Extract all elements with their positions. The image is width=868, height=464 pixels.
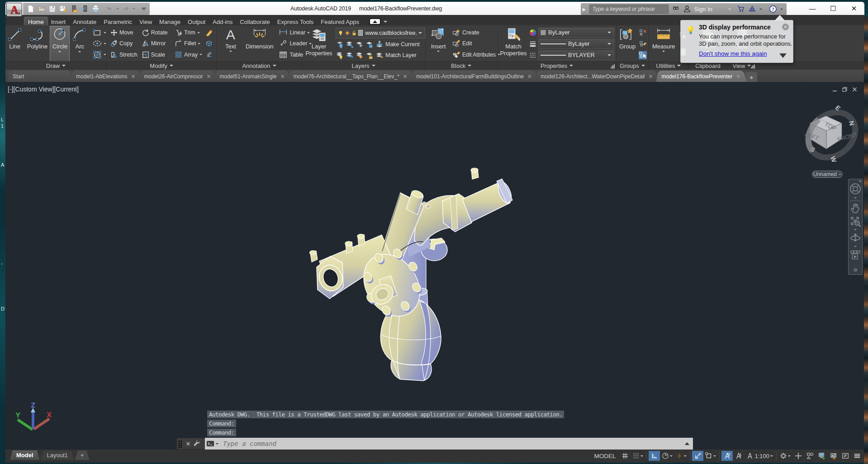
- ungroup-icon[interactable]: [639, 29, 647, 37]
- insert-dropdown-icon[interactable]: [437, 51, 440, 52]
- help-icon[interactable]: ?: [769, 5, 777, 13]
- layer-freeze-icon[interactable]: [356, 40, 364, 48]
- circle-button[interactable]: Circle: [50, 26, 69, 61]
- stretch-button[interactable]: Stretch: [110, 49, 140, 60]
- panel-label-draw[interactable]: Draw: [5, 61, 106, 70]
- color-wheel-icon[interactable]: [529, 29, 536, 36]
- doc-minimize-icon[interactable]: [832, 87, 837, 92]
- file-tab[interactable]: model51-AnimalsSingle✕: [214, 71, 291, 82]
- layer-unlock2-icon[interactable]: [365, 51, 374, 59]
- 3d-model-backflow-preventer[interactable]: [294, 158, 520, 394]
- layer-dropdown[interactable]: www.cadblocksfree.: [336, 28, 425, 38]
- tab-close-icon[interactable]: ✕: [648, 73, 653, 80]
- ellipse-dropdown-icon[interactable]: [104, 43, 106, 44]
- orbit-icon[interactable]: [849, 232, 861, 244]
- tab-close-icon[interactable]: ✕: [131, 73, 135, 80]
- file-tab[interactable]: model1-AbElevations✕: [71, 71, 141, 82]
- trim-dropdown-icon[interactable]: [197, 32, 200, 33]
- linetype-icon[interactable]: [529, 52, 536, 59]
- object-color-dropdown[interactable]: ByLayer: [538, 28, 614, 38]
- insert-button[interactable]: Insert: [429, 26, 448, 61]
- panel-label-layers[interactable]: Layers: [302, 61, 425, 70]
- match-layer-icon[interactable]: [375, 51, 384, 59]
- signin-dropdown-icon[interactable]: [728, 9, 731, 10]
- isodraft-toggle[interactable]: [674, 451, 688, 461]
- navigation-bar[interactable]: ✕: [848, 179, 863, 275]
- offset-button[interactable]: [205, 49, 213, 60]
- osnap-toggle[interactable]: [704, 451, 717, 461]
- zoom-icon[interactable]: [849, 215, 861, 227]
- dimension-button[interactable]: Dimension: [244, 26, 275, 61]
- text-dropdown-icon[interactable]: [229, 51, 232, 52]
- snap-toggle[interactable]: [631, 451, 645, 461]
- rotate-button[interactable]: Rotate: [142, 27, 173, 38]
- navbar-close-icon[interactable]: ✕: [859, 179, 862, 183]
- block-create-button[interactable]: Create: [452, 27, 500, 38]
- command-prompt-dropdown[interactable]: [216, 443, 218, 445]
- model-space-toggle[interactable]: MODEL: [591, 451, 619, 461]
- wheel-dropdown-icon[interactable]: [854, 197, 857, 199]
- tooltip-close-icon[interactable]: ✕: [782, 24, 789, 30]
- undo-button[interactable]: [104, 4, 114, 14]
- drawing-area[interactable]: [-][Custom View][Current]: [5, 82, 864, 450]
- measure-button[interactable]: Measure: [650, 26, 677, 61]
- minimize-button[interactable]: —: [802, 2, 823, 15]
- close-button[interactable]: ✕: [844, 2, 864, 15]
- isolate-objects-button[interactable]: [804, 451, 816, 461]
- properties-launcher-icon[interactable]: [611, 64, 615, 68]
- match-properties-button[interactable]: Match Properties: [500, 26, 526, 61]
- new-drawing-tab-button[interactable]: +: [745, 72, 757, 82]
- panel-label-block[interactable]: Block: [425, 61, 497, 70]
- model-tab[interactable]: Model: [10, 450, 40, 460]
- command-grip-handle[interactable]: ⣿: [177, 440, 183, 448]
- file-tab[interactable]: model101-ArchitecturalFarmBuildingsOutli…: [411, 71, 538, 82]
- copy-button[interactable]: Copy: [110, 38, 140, 49]
- sign-in-label[interactable]: Sign In: [694, 6, 712, 13]
- command-close-icon[interactable]: ✕: [183, 440, 193, 447]
- file-tab[interactable]: model176-BackflowPreventer✕: [656, 71, 746, 82]
- line-button[interactable]: Line: [5, 26, 24, 61]
- tab-close-icon[interactable]: ✕: [207, 73, 211, 80]
- dont-show-again-link[interactable]: Don't show me this again: [699, 50, 767, 57]
- arc-dropdown-icon[interactable]: [78, 51, 81, 53]
- redo-dropdown-icon[interactable]: [132, 4, 136, 14]
- layer-lock-icon[interactable]: [365, 40, 374, 48]
- panel-label-groups[interactable]: Groups: [617, 61, 648, 70]
- make-current-button[interactable]: Make Current: [385, 40, 420, 49]
- layout1-tab[interactable]: Layout1: [41, 450, 74, 460]
- panel-label-annotation[interactable]: Annotation: [217, 61, 302, 70]
- layer-color-swatch[interactable]: [358, 30, 363, 36]
- save-as-button[interactable]: [58, 4, 68, 14]
- edit-attributes-button[interactable]: Edit Attributes: [452, 49, 500, 60]
- arc-button[interactable]: Arc: [70, 26, 89, 61]
- lineweight-icon[interactable]: [529, 40, 536, 48]
- tab-close-icon[interactable]: ✕: [527, 73, 532, 80]
- trim-button[interactable]: Trim: [175, 27, 202, 38]
- new-drawing-button[interactable]: [25, 4, 35, 14]
- layer-walk-icon[interactable]: [346, 51, 354, 59]
- new-layout-button[interactable]: +: [75, 450, 90, 460]
- array-button[interactable]: Array: [175, 49, 202, 60]
- osnap-dropdown-icon[interactable]: [713, 455, 716, 457]
- block-edit-button[interactable]: Edit: [452, 38, 500, 49]
- panel-label-properties[interactable]: Properties: [498, 61, 616, 70]
- ortho-toggle[interactable]: [649, 451, 660, 461]
- polyline-button[interactable]: Polyline: [25, 26, 50, 61]
- orbit-dropdown-icon[interactable]: [854, 245, 857, 248]
- file-tab[interactable]: Start: [7, 71, 73, 82]
- workspace-dropdown-icon[interactable]: [788, 455, 791, 457]
- doc-restore-icon[interactable]: [842, 87, 847, 92]
- command-customize-icon[interactable]: [193, 440, 205, 448]
- layer-isolate-icon[interactable]: [346, 40, 354, 48]
- maximize-button[interactable]: ☐: [823, 2, 844, 15]
- file-tab[interactable]: model26-AirCompressor✕: [138, 71, 217, 82]
- open-from-mobile-button[interactable]: [69, 4, 79, 14]
- save-button[interactable]: [47, 4, 57, 14]
- autoscale-toggle[interactable]: [733, 451, 745, 461]
- viewport-controls-label[interactable]: [-][Custom View][Current]: [8, 86, 79, 93]
- autodesk-360-icon[interactable]: [748, 5, 756, 13]
- erase-button[interactable]: [205, 27, 213, 38]
- polar-dropdown-icon[interactable]: [670, 455, 673, 457]
- redo-button[interactable]: [121, 4, 131, 14]
- tab-close-icon[interactable]: ✕: [736, 73, 740, 80]
